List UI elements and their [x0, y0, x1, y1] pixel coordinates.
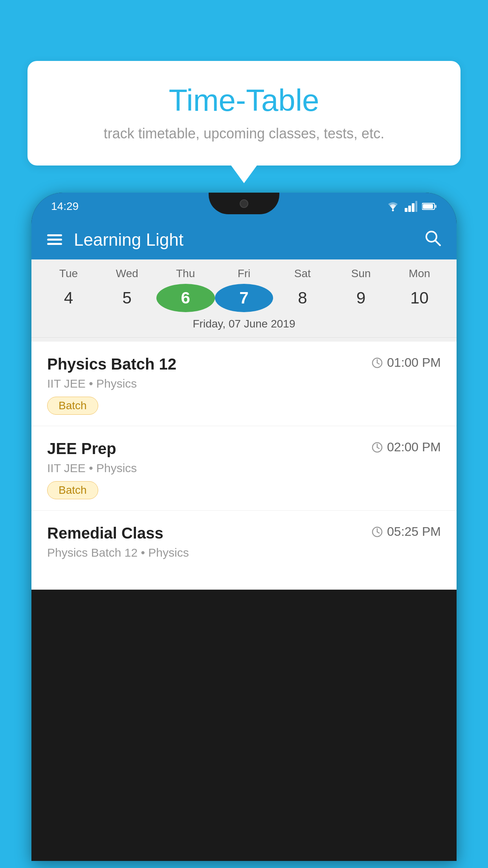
class-item-2-header: Remedial Class 05:25 PM — [47, 524, 441, 542]
phone-wrapper: 14:29 — [31, 193, 457, 868]
bubble-subtitle: track timetable, upcoming classes, tests… — [47, 125, 441, 142]
status-bar: 14:29 — [31, 193, 457, 220]
clock-icon-0 — [371, 357, 383, 369]
day-header-wed: Wed — [98, 267, 156, 284]
day-headers: Tue Wed Thu Fri Sat Sun Mon — [31, 267, 457, 284]
class-name-1: JEE Prep — [47, 440, 116, 458]
batch-badge-0: Batch — [47, 397, 98, 415]
selected-date-label: Friday, 07 June 2019 — [31, 312, 457, 338]
class-item-0-header: Physics Batch 12 01:00 PM — [47, 355, 441, 373]
clock-icon-1 — [371, 441, 383, 453]
svg-line-18 — [377, 447, 379, 449]
day-numbers: 4 5 6 7 8 9 10 — [31, 284, 457, 312]
svg-line-12 — [435, 241, 440, 245]
day-9: 9 — [332, 285, 390, 311]
day-5-cell[interactable]: 5 — [98, 285, 156, 311]
day-4: 4 — [39, 285, 98, 311]
day-header-sun: Sun — [332, 267, 390, 284]
day-header-thu: Thu — [156, 267, 215, 284]
class-name-0: Physics Batch 12 — [47, 355, 176, 373]
phone-outer: 14:29 — [31, 193, 457, 861]
day-header-sat: Sat — [273, 267, 332, 284]
day-8-cell[interactable]: 8 — [273, 285, 332, 311]
phone-notch — [209, 193, 279, 214]
day-header-tue: Tue — [39, 267, 98, 284]
app-title: Learning Light — [74, 230, 424, 250]
day-4-cell[interactable]: 4 — [39, 285, 98, 311]
svg-rect-3 — [412, 203, 415, 212]
svg-rect-8 — [47, 234, 62, 236]
bubble-title: Time-Table — [47, 83, 441, 118]
svg-rect-7 — [435, 205, 437, 208]
batch-badge-1: Batch — [47, 481, 98, 499]
class-item-2[interactable]: Remedial Class 05:25 PM Physics Batch 12… — [31, 511, 457, 590]
day-10: 10 — [390, 285, 449, 311]
day-header-fri: Fri — [215, 267, 273, 284]
status-icons — [386, 201, 437, 212]
class-item-1[interactable]: JEE Prep 02:00 PM IIT JEE • Physics Batc… — [31, 426, 457, 511]
svg-rect-1 — [405, 208, 407, 212]
app-bar: Learning Light — [31, 220, 457, 259]
class-meta-1: IIT JEE • Physics — [47, 462, 441, 475]
svg-rect-6 — [423, 204, 433, 209]
svg-rect-10 — [47, 243, 62, 245]
svg-line-15 — [377, 363, 379, 364]
day-header-mon: Mon — [390, 267, 449, 284]
svg-rect-9 — [47, 239, 62, 241]
svg-point-0 — [392, 210, 394, 211]
class-time-1: 02:00 PM — [371, 440, 441, 454]
class-meta-0: IIT JEE • Physics — [47, 377, 441, 390]
day-7-cell[interactable]: 7 — [215, 284, 273, 312]
day-10-cell[interactable]: 10 — [390, 285, 449, 311]
speech-bubble: Time-Table track timetable, upcoming cla… — [28, 61, 460, 166]
status-time: 14:29 — [51, 200, 79, 213]
class-list: Physics Batch 12 01:00 PM IIT JEE • Phys… — [31, 342, 457, 590]
svg-rect-4 — [415, 201, 417, 212]
camera-dot — [240, 199, 248, 208]
calendar-strip: Tue Wed Thu Fri Sat Sun Mon 4 5 6 7 — [31, 259, 457, 342]
battery-icon — [422, 202, 437, 211]
speech-bubble-container: Time-Table track timetable, upcoming cla… — [28, 61, 460, 166]
class-time-0: 01:00 PM — [371, 355, 441, 370]
day-9-cell[interactable]: 9 — [332, 285, 390, 311]
class-item-1-header: JEE Prep 02:00 PM — [47, 440, 441, 458]
clock-icon-2 — [371, 526, 383, 538]
day-5: 5 — [98, 285, 156, 311]
day-8: 8 — [273, 285, 332, 311]
class-meta-2: Physics Batch 12 • Physics — [47, 546, 441, 559]
svg-rect-2 — [408, 206, 411, 212]
day-7-selected: 7 — [215, 284, 273, 312]
svg-line-21 — [377, 532, 379, 533]
class-name-2: Remedial Class — [47, 524, 163, 542]
day-6-today: 6 — [156, 284, 215, 312]
day-6-cell[interactable]: 6 — [156, 284, 215, 312]
class-time-2: 05:25 PM — [371, 524, 441, 539]
class-item-0[interactable]: Physics Batch 12 01:00 PM IIT JEE • Phys… — [31, 342, 457, 426]
wifi-icon — [386, 201, 400, 212]
signal-icon — [405, 201, 417, 212]
search-button[interactable] — [424, 230, 441, 250]
menu-icon[interactable] — [47, 231, 62, 249]
